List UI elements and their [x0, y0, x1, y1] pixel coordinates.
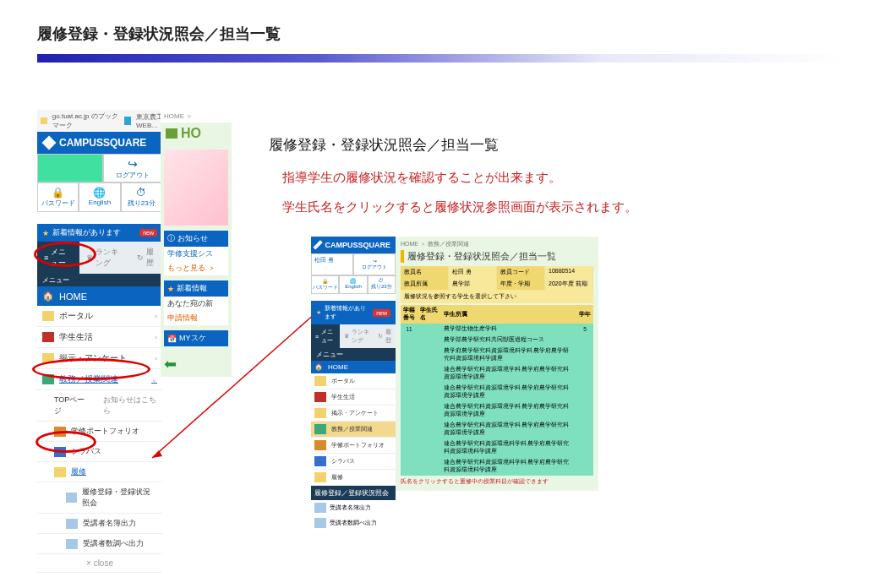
- nav-count[interactable]: 受講者数調べ出力: [37, 534, 162, 554]
- logout-icon: ↪: [128, 157, 138, 171]
- chevron-right-icon: ›: [155, 355, 157, 362]
- logout-label: ログアウト: [116, 171, 150, 180]
- notify-bar[interactable]: ★ 新着情報があります new: [37, 224, 162, 242]
- nav-syllabus[interactable]: シラバス: [37, 442, 162, 462]
- student-icon: [314, 392, 326, 402]
- mini-tab-menu[interactable]: ≡ メニュー: [311, 324, 340, 348]
- paper-icon: [66, 519, 78, 529]
- campussquare-header: CAMPUSSQUARE: [37, 132, 162, 154]
- triple-toolbar: 🔒パスワード 🌐English ⏱残り23分: [37, 182, 162, 212]
- right-screenshot: CAMPUSSQUARE 松田 勇 ↪ログアウト 🔒パスワード 🌐English…: [311, 237, 598, 531]
- mini-logout[interactable]: ↪ログアウト: [353, 253, 396, 275]
- nav-portfolio[interactable]: 学修ポートフォリオ: [37, 422, 162, 442]
- nav-rishu[interactable]: 履修: [37, 462, 162, 482]
- table-row[interactable]: 連合農学研究科資源環境学科 農学府農学研究科資源環境学講座: [401, 364, 593, 383]
- mini-nav-rishu[interactable]: 履修: [311, 470, 396, 486]
- newinfo-panel: ★新着情報 あなた宛の新 申請情報: [164, 280, 228, 325]
- left-screenshot-content: HOME ＞ HO ⓘお知らせ 学修支援シス もっと見る ＞ ★新着情報 あなた…: [161, 110, 232, 377]
- mini-password[interactable]: 🔒パスワード: [311, 275, 339, 294]
- paper-icon: [314, 503, 326, 513]
- explanation-heading: 履修登録・登録状況照会／担当一覧: [269, 135, 637, 155]
- nav-roster[interactable]: 受講者名簿出力: [37, 514, 162, 534]
- mini-nav-teaching[interactable]: 教務／授業関連: [311, 422, 396, 438]
- nav-student[interactable]: 学生生活›: [37, 327, 162, 348]
- home-icon: 🏠: [42, 291, 54, 302]
- mini-nav-bulletin[interactable]: 掲示・アンケート: [311, 406, 396, 422]
- home-heading: HO: [161, 122, 232, 144]
- info-icon: ⓘ: [167, 233, 175, 244]
- english-button[interactable]: 🌐English: [79, 182, 120, 212]
- mini-sec-roster[interactable]: 受講者名簿出力: [311, 500, 396, 515]
- nav-rishu-status[interactable]: 履修登録・登録状況照会: [37, 482, 162, 514]
- page-title: 履修登録・登録状況照会／担当一覧: [0, 0, 879, 54]
- nav-teaching[interactable]: 教務／授業関連⌄: [37, 369, 162, 390]
- title-accent-bar: [37, 54, 842, 63]
- mini-nav-portfolio[interactable]: 学修ポートフォリオ: [311, 438, 396, 454]
- bookmark-folder-label: go.tuat.ac.jp のブックマーク: [52, 112, 119, 130]
- mini-menu-sublabel: メニュー: [311, 348, 396, 361]
- mini-nav-home[interactable]: 🏠 HOME: [311, 361, 396, 373]
- tab-history[interactable]: ↻履歴: [130, 242, 162, 274]
- newinfo-title: ★新着情報: [164, 280, 228, 297]
- mini-content: HOME ＞ 教務／授業関連 履修登録・登録状況照会／担当一覧 教員名 松田 勇…: [396, 237, 598, 491]
- mini-notify[interactable]: ★新着情報がありますnew: [311, 301, 396, 324]
- portal-icon: [42, 311, 54, 321]
- globe-icon: 🌐: [350, 278, 356, 284]
- table-row[interactable]: 11農学部生物生産学科5: [401, 324, 593, 335]
- table-row[interactable]: 連合農学研究科資源環境学科 農学府農学研究科資源環境学講座: [401, 401, 593, 420]
- chevron-down-icon: ⌄: [151, 376, 157, 384]
- tab-ranking-label: ランキング: [96, 247, 123, 269]
- mini-english[interactable]: 🌐English: [339, 275, 367, 294]
- password-button[interactable]: 🔒パスワード: [37, 182, 79, 212]
- table-row[interactable]: 連合農学研究科資源環境科学科 農学府農学研究科資源環境科学講座: [401, 438, 593, 457]
- table-row[interactable]: 農学部農学研究科共同獣医過程コース: [401, 335, 593, 346]
- notice-line[interactable]: 学修支援シス: [164, 247, 228, 261]
- tab-ranking[interactable]: ♛ランキング: [79, 242, 129, 274]
- mini-info-l2b: 農学部: [449, 278, 497, 290]
- newinfo-line1: あなた宛の新: [164, 297, 228, 311]
- remaining-label: 残り23分: [128, 199, 156, 208]
- nav-close[interactable]: × close: [37, 554, 162, 573]
- newinfo-line2[interactable]: 申請情報: [164, 311, 228, 325]
- table-row[interactable]: 連合農学研究科資源環境学科 農学府農学研究科資源環境学講座: [401, 383, 593, 401]
- mysched-title-label: MYスケ: [179, 333, 206, 344]
- mini-nav-portal[interactable]: ポータル: [311, 373, 396, 389]
- logout-button[interactable]: ↪ ログアウト: [103, 154, 162, 182]
- mini-info-l1a: 教員名: [401, 266, 449, 278]
- nav-top[interactable]: TOPページ お知らせはこちら: [37, 390, 162, 422]
- teaching-icon: [314, 424, 326, 434]
- english-label: English: [89, 199, 111, 206]
- mini-breadcrumb: HOME ＞ 教務／授業関連: [401, 240, 593, 248]
- remaining-button[interactable]: ⏱残り23分: [121, 182, 162, 212]
- cube-icon: [42, 136, 57, 150]
- table-row[interactable]: 連合農学研究科資源環境学科 農学府農学研究科資源環境学講座: [401, 420, 593, 438]
- nav-home[interactable]: 🏠 HOME: [37, 286, 162, 306]
- mini-info-l1d: 10880514: [545, 266, 593, 278]
- nav-bulletin[interactable]: 掲示・アンケート›: [37, 348, 162, 369]
- mini-sec-count[interactable]: 受講者数調べ出力: [311, 515, 396, 531]
- breadcrumb: HOME ＞: [161, 110, 232, 122]
- cube-icon: [313, 240, 323, 250]
- mini-info-row2: 教員所属 農学部 年度・学期 2020年度 前期: [401, 278, 593, 290]
- page-icon: [124, 117, 131, 125]
- back-arrow[interactable]: ⬅: [161, 351, 232, 377]
- notice-more[interactable]: もっと見る ＞: [164, 261, 228, 275]
- star-icon: ★: [42, 229, 49, 237]
- notify-text: 新着情報があります: [52, 227, 121, 238]
- nav-bulletin-label: 掲示・アンケート: [59, 352, 127, 364]
- table-row[interactable]: 農学府農学研究科資源環境科学科 農学府農学研究科資源環境科学講座: [401, 346, 593, 364]
- home-heading-label: HO: [181, 126, 201, 141]
- mini-sec-count-label: 受講者数調べ出力: [330, 519, 377, 527]
- mini-tab-history[interactable]: ↻ 履歴: [374, 324, 396, 348]
- mini-tab-menu-label: メニュー: [321, 328, 336, 345]
- nav-portal[interactable]: ポータル›: [37, 306, 162, 327]
- bulletin-icon: [42, 353, 54, 363]
- mini-nav-syllabus[interactable]: シラバス: [311, 454, 396, 470]
- mini-remaining[interactable]: ⏱残り23分: [368, 275, 396, 294]
- chevron-right-icon: ›: [155, 313, 157, 320]
- table-row[interactable]: 連合農学研究科資源環境科学科 農学府農学研究科資源環境科学講座: [401, 457, 593, 476]
- mini-tab-ranking[interactable]: ♛ ランキング: [340, 324, 374, 348]
- mini-nav-student[interactable]: 学生生活: [311, 389, 396, 406]
- clock-icon: ⏱: [136, 187, 146, 199]
- tab-menu[interactable]: ≡メニュー: [37, 242, 79, 274]
